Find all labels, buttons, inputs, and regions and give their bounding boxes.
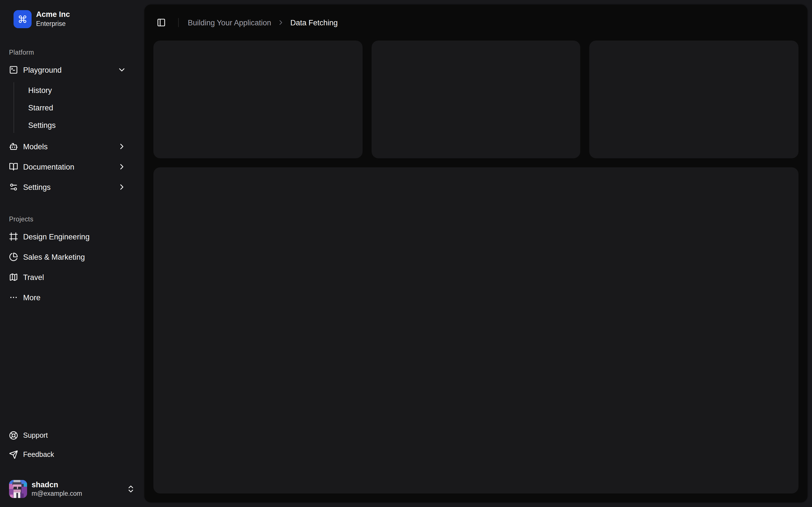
inset-body xyxy=(144,41,808,503)
chevron-down-icon xyxy=(117,65,126,74)
main-content: Building Your Application Data Fetching xyxy=(144,4,808,503)
placeholder-card xyxy=(590,41,799,158)
placeholder-card xyxy=(371,41,580,158)
menu-item-documentation: Documentation xyxy=(9,158,135,176)
placeholder-panel xyxy=(153,167,799,494)
sidebar-item-models[interactable]: Models xyxy=(4,137,131,156)
nav-group-projects: Projects Design Engineering xyxy=(0,206,144,311)
group-label-projects: Projects xyxy=(9,211,135,228)
sidebar: Acme Inc Enterprise Platform Playground xyxy=(0,0,144,507)
sidebar-subitem-starred[interactable]: Starred xyxy=(24,100,135,115)
sidebar-item-more[interactable]: More xyxy=(4,288,131,306)
sidebar-subitem-history[interactable]: History xyxy=(24,82,135,98)
placeholder-card xyxy=(153,41,362,158)
sidebar-item-playground[interactable]: Playground xyxy=(4,61,131,79)
team-switcher-button[interactable]: Acme Inc Enterprise xyxy=(9,8,135,31)
square-terminal-icon xyxy=(9,65,18,74)
settings-icon xyxy=(9,182,18,191)
group-label-platform: Platform xyxy=(9,44,135,61)
pie-chart-icon xyxy=(9,252,18,262)
sidebar-item-support[interactable]: Support xyxy=(4,427,131,444)
user-email: m@example.com xyxy=(32,490,122,498)
app-root: Acme Inc Enterprise Platform Playground xyxy=(0,0,812,507)
team-plan: Enterprise xyxy=(36,20,70,28)
sidebar-header: Acme Inc Enterprise xyxy=(0,0,144,34)
playground-submenu: History Starred Settings xyxy=(13,82,135,133)
nav-group-secondary: Support Feedback xyxy=(0,422,144,471)
panel-left-icon xyxy=(157,18,166,27)
sidebar-item-documentation[interactable]: Documentation xyxy=(4,158,131,176)
nav-group-platform: Platform Playground xyxy=(0,40,144,201)
command-icon xyxy=(13,10,32,28)
sidebar-item-sales-marketing[interactable]: Sales & Marketing xyxy=(4,248,131,266)
sidebar-item-design-engineering[interactable]: Design Engineering xyxy=(4,228,131,245)
menu-item-settings: Settings xyxy=(9,178,135,196)
chevron-right-icon xyxy=(277,18,285,26)
menu-item-playground: Playground History Starred Settings xyxy=(9,61,135,135)
sidebar-content: Platform Playground xyxy=(0,34,144,471)
header-separator xyxy=(178,18,179,27)
chevrons-up-down-icon xyxy=(126,485,135,494)
menu-item-models: Models xyxy=(9,137,135,156)
chevron-right-icon xyxy=(117,162,126,171)
book-open-icon xyxy=(9,162,18,171)
inset-header: Building Your Application Data Fetching xyxy=(144,4,808,41)
map-icon xyxy=(9,273,18,282)
placeholder-card-row xyxy=(153,41,799,158)
sidebar-subitem-settings[interactable]: Settings xyxy=(24,117,135,133)
user-avatar xyxy=(9,480,27,498)
bot-icon xyxy=(9,142,18,151)
send-icon xyxy=(9,450,18,459)
chevron-right-icon xyxy=(117,182,126,191)
frame-icon xyxy=(9,232,18,241)
ellipsis-icon xyxy=(9,293,18,302)
sidebar-item-feedback[interactable]: Feedback xyxy=(4,446,131,463)
breadcrumb-current-page: Data Fetching xyxy=(290,18,338,27)
team-name: Acme Inc xyxy=(36,10,70,20)
chevron-right-icon xyxy=(117,142,126,151)
breadcrumb-parent-link[interactable]: Building Your Application xyxy=(188,18,271,27)
breadcrumb: Building Your Application Data Fetching xyxy=(188,18,338,27)
sidebar-item-travel[interactable]: Travel xyxy=(4,268,131,286)
sidebar-footer: shadcn m@example.com xyxy=(0,471,144,507)
user-menu-button[interactable]: shadcn m@example.com xyxy=(4,475,140,503)
sidebar-item-settings[interactable]: Settings xyxy=(4,178,131,196)
life-buoy-icon xyxy=(9,431,18,440)
sidebar-toggle-button[interactable] xyxy=(153,15,169,31)
user-name: shadcn xyxy=(32,480,122,490)
